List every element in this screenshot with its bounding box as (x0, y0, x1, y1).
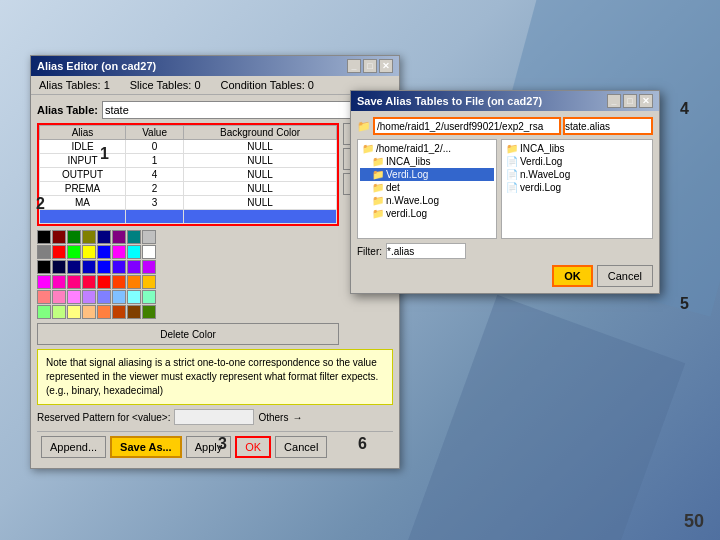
color-cell[interactable] (52, 260, 66, 274)
color-cell[interactable] (127, 275, 141, 289)
color-cell[interactable] (67, 305, 81, 319)
table-row[interactable]: PREMA 2 NULL (40, 182, 337, 196)
color-cell[interactable] (67, 245, 81, 259)
tree-item-nwave[interactable]: 📁 n.Wave.Log (360, 194, 494, 207)
cell-value: 0 (126, 140, 184, 154)
color-cell[interactable] (37, 230, 51, 244)
file-item[interactable]: 📄 n.WaveLog (504, 168, 650, 181)
color-cell[interactable] (82, 230, 96, 244)
color-cell[interactable] (142, 230, 156, 244)
save-path-input[interactable] (373, 117, 561, 135)
color-cell[interactable] (82, 245, 96, 259)
slice-tables-label: Slice Tables: 0 (130, 79, 201, 91)
color-cell[interactable] (82, 305, 96, 319)
cell-bg: NULL (184, 182, 337, 196)
cell-value (126, 210, 184, 224)
color-cell[interactable] (97, 305, 111, 319)
color-cell[interactable] (97, 290, 111, 304)
color-cell[interactable] (112, 305, 126, 319)
color-cell[interactable] (37, 260, 51, 274)
color-cell[interactable] (127, 230, 141, 244)
alias-editor-window: Alias Editor (on cad27) _ □ ✕ Alias Tabl… (30, 55, 400, 469)
color-cell[interactable] (97, 275, 111, 289)
color-cell[interactable] (37, 290, 51, 304)
color-cell[interactable] (142, 290, 156, 304)
color-cell[interactable] (37, 275, 51, 289)
color-cell[interactable] (127, 260, 141, 274)
table-row[interactable]: IDLE 0 NULL (40, 140, 337, 154)
color-cell[interactable] (112, 230, 126, 244)
tree-item-det[interactable]: 📁 det (360, 181, 494, 194)
cell-bg: NULL (184, 168, 337, 182)
color-cell[interactable] (127, 305, 141, 319)
color-cell[interactable] (142, 260, 156, 274)
append-button[interactable]: Append... (41, 436, 106, 458)
file-item[interactable]: 📁 INCA_libs (504, 142, 650, 155)
color-cell[interactable] (82, 275, 96, 289)
save-close-btn[interactable]: ✕ (639, 94, 653, 108)
color-cell[interactable] (127, 245, 141, 259)
save-as-button[interactable]: Save As... (110, 436, 182, 458)
others-arrow: → (292, 412, 302, 423)
tree-item-label: det (386, 182, 400, 193)
save-filename-input[interactable] (563, 117, 653, 135)
save-minimize-btn[interactable]: _ (607, 94, 621, 108)
color-cell[interactable] (82, 290, 96, 304)
color-cell[interactable] (37, 305, 51, 319)
color-cell[interactable] (82, 260, 96, 274)
cell-alias: MA (40, 196, 126, 210)
table-row[interactable]: OUTPUT 4 NULL (40, 168, 337, 182)
cancel-button[interactable]: Cancel (275, 436, 327, 458)
table-row[interactable]: MA 3 NULL (40, 196, 337, 210)
color-cell[interactable] (97, 230, 111, 244)
col-value: Value (126, 126, 184, 140)
tree-item-inca[interactable]: 📁 INCA_libs (360, 155, 494, 168)
color-cell[interactable] (67, 275, 81, 289)
folder-icon: 📁 (372, 195, 384, 206)
color-cell[interactable] (127, 290, 141, 304)
save-file-list: 📁 INCA_libs 📄 Verdi.Log 📄 n.WaveLog 📄 ve… (501, 139, 653, 239)
color-cell[interactable] (97, 260, 111, 274)
page-number: 50 (684, 511, 704, 532)
save-ok-button[interactable]: OK (552, 265, 593, 287)
delete-color-button[interactable]: Delete Color (37, 323, 339, 345)
folder-icon: 📁 (357, 120, 371, 133)
alias-bottom-buttons: Append... Save As... Apply OK Cancel (37, 431, 393, 462)
reserved-input[interactable] (174, 409, 254, 425)
alias-table-input[interactable] (102, 101, 365, 119)
color-cell[interactable] (142, 305, 156, 319)
file-item[interactable]: 📄 verdi.Log (504, 181, 650, 194)
color-cell[interactable] (97, 245, 111, 259)
color-cell[interactable] (52, 305, 66, 319)
color-cell[interactable] (67, 230, 81, 244)
color-cell[interactable] (112, 290, 126, 304)
color-cell[interactable] (112, 245, 126, 259)
ok-button[interactable]: OK (235, 436, 271, 458)
table-row-selected[interactable] (40, 210, 337, 224)
save-maximize-btn[interactable]: □ (623, 94, 637, 108)
folder-icon: 📁 (372, 169, 384, 180)
color-cell[interactable] (37, 245, 51, 259)
tree-item-verdilog[interactable]: 📁 verdi.Log (360, 207, 494, 220)
save-cancel-button[interactable]: Cancel (597, 265, 653, 287)
file-item[interactable]: 📄 Verdi.Log (504, 155, 650, 168)
color-cell[interactable] (112, 275, 126, 289)
color-cell[interactable] (52, 230, 66, 244)
file-icon: 📄 (506, 156, 518, 167)
tree-item-root[interactable]: 📁 /home/raid1_2/... (360, 142, 494, 155)
folder-icon: 📁 (372, 208, 384, 219)
color-cell[interactable] (142, 245, 156, 259)
maximize-btn[interactable]: □ (363, 59, 377, 73)
close-btn[interactable]: ✕ (379, 59, 393, 73)
save-filter-input[interactable] (386, 243, 466, 259)
color-cell[interactable] (112, 260, 126, 274)
tree-item-verdi[interactable]: 📁 Verdi.Log (360, 168, 494, 181)
color-cell[interactable] (142, 275, 156, 289)
table-row[interactable]: INPUT 1 NULL (40, 154, 337, 168)
color-cell[interactable] (67, 290, 81, 304)
color-cell[interactable] (52, 275, 66, 289)
color-cell[interactable] (52, 290, 66, 304)
minimize-btn[interactable]: _ (347, 59, 361, 73)
color-cell[interactable] (52, 245, 66, 259)
color-cell[interactable] (67, 260, 81, 274)
